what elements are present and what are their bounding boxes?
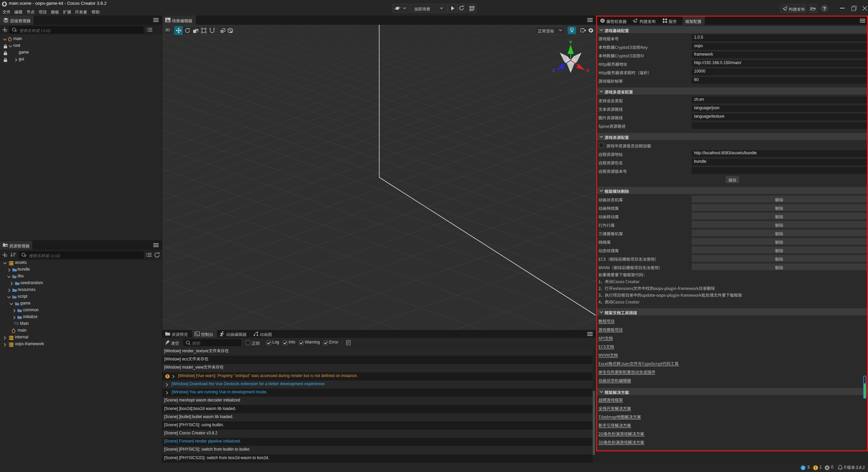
svg-text:i: i <box>803 466 804 470</box>
svg-text:Y: Y <box>569 40 572 45</box>
svg-text:X: X <box>586 68 589 73</box>
svg-text:Z: Z <box>552 68 555 73</box>
svg-text:?: ? <box>823 6 826 11</box>
